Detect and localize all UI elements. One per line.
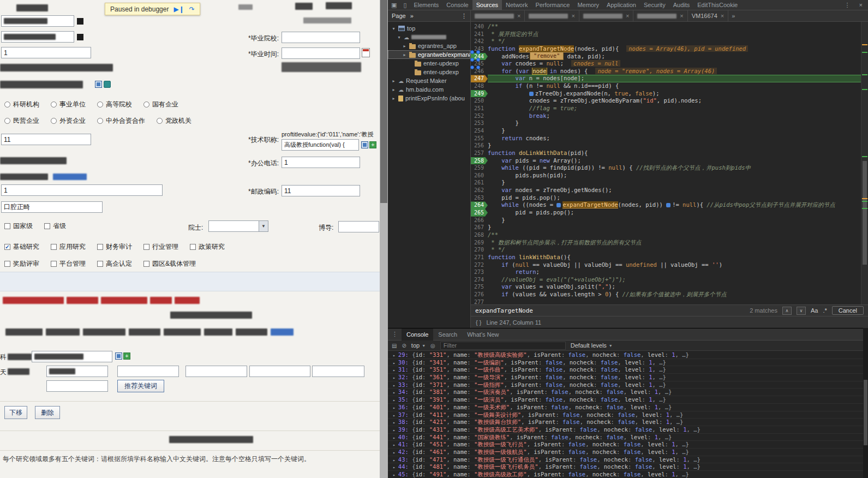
- calendar-icon[interactable]: [362, 48, 370, 57]
- checkbox-icon[interactable]: [51, 261, 57, 267]
- tree-item[interactable]: enter-updexp: [388, 59, 470, 68]
- radio-option[interactable]: 中外合资合作: [97, 116, 145, 126]
- radio-option[interactable]: 国有企业: [143, 100, 178, 109]
- checkbox-icon[interactable]: [190, 244, 196, 250]
- console-scrollbar[interactable]: [863, 328, 868, 478]
- console-sidebar-icon[interactable]: ▤: [392, 343, 397, 349]
- line-number[interactable]: 273: [471, 268, 488, 276]
- expand-arrow-icon[interactable]: ▸: [393, 353, 396, 358]
- line-number[interactable]: 248: [471, 82, 488, 90]
- tree-item[interactable]: ▸☁hm.baidu.com: [388, 85, 470, 94]
- line-number[interactable]: 268: [471, 231, 488, 239]
- file-tab[interactable]: ×: [525, 10, 579, 21]
- search-next-button[interactable]: ∨: [797, 307, 806, 315]
- line-number[interactable]: 274: [471, 276, 488, 284]
- specialty-input[interactable]: [1, 201, 103, 213]
- title-code-input[interactable]: [1, 134, 91, 145]
- add-icon[interactable]: +: [369, 141, 376, 148]
- sidebar-tab-page[interactable]: Page: [392, 13, 406, 19]
- console-row[interactable]: ▸31: {id: "351", name: "一级作曲", isParent:…: [388, 366, 863, 374]
- radio-icon[interactable]: [97, 101, 103, 107]
- redacted-field[interactable]: [1, 15, 74, 27]
- line-number[interactable]: 255: [471, 135, 488, 142]
- tech-title-value-line2[interactable]: 高级教授function(val) {: [282, 139, 359, 151]
- gear-icon[interactable]: [104, 81, 111, 88]
- expander-icon[interactable]: ▾: [391, 26, 396, 31]
- line-number[interactable]: 257: [471, 150, 488, 157]
- keyword-input-2[interactable]: [117, 366, 179, 377]
- school-input[interactable]: [282, 32, 360, 43]
- delete-button[interactable]: 删除: [35, 406, 60, 419]
- console-row[interactable]: ▸30: {id: "341", name: "一级编剧", isParent:…: [388, 359, 863, 367]
- line-number[interactable]: 275: [471, 283, 488, 291]
- redacted-field[interactable]: [1, 31, 74, 43]
- line-number[interactable]: 262: [471, 187, 488, 194]
- add-icon[interactable]: +: [123, 352, 130, 360]
- checkbox-icon[interactable]: [97, 244, 103, 250]
- editor-scrollbar-thumb[interactable]: [863, 161, 867, 265]
- device-toolbar-icon[interactable]: ▯: [400, 2, 410, 9]
- checkbox-icon[interactable]: [97, 261, 103, 267]
- sidebar-tabs-overflow-icon[interactable]: »: [410, 13, 414, 19]
- close-tab-icon[interactable]: ×: [571, 13, 574, 19]
- console-row[interactable]: ▸36: {id: "401", name: "一级美术师", isParent…: [388, 404, 863, 411]
- console-scrollbar-thumb[interactable]: [864, 380, 867, 445]
- console-row[interactable]: ▸44: {id: "481", name: "教授级一级飞行机务员", isP…: [388, 463, 863, 471]
- log-levels-selector[interactable]: Default levels ▼: [571, 342, 613, 349]
- console-row[interactable]: ▸32: {id: "361", name: "一级导演", isParent:…: [388, 374, 863, 381]
- keyword-input-4[interactable]: [249, 366, 310, 377]
- tree-item[interactable]: ▸egrantweb/expmanage: [388, 50, 470, 59]
- degree-no-input[interactable]: [1, 47, 91, 58]
- tab-application[interactable]: Application: [603, 0, 640, 10]
- line-number[interactable]: 263: [471, 194, 488, 202]
- expand-arrow-icon[interactable]: ▸: [393, 450, 396, 455]
- inspect-icon[interactable]: ▣: [388, 2, 400, 9]
- line-number[interactable]: 265: [471, 209, 488, 217]
- console-row[interactable]: ▸43: {id: "471", name: "教授级一级飞行通信员", isP…: [388, 456, 863, 464]
- tree-picker-icon[interactable]: [115, 352, 122, 360]
- checkbox-icon[interactable]: [44, 223, 50, 229]
- expand-arrow-icon[interactable]: ▸: [393, 428, 396, 433]
- regex-toggle[interactable]: .*: [823, 307, 827, 314]
- keyword-input-3[interactable]: [185, 366, 247, 377]
- live-expression-icon[interactable]: ◎: [430, 343, 435, 349]
- checkbox-option[interactable]: 平台管理: [51, 259, 86, 268]
- checkbox-icon[interactable]: [143, 261, 149, 267]
- expand-arrow-icon[interactable]: ▸: [393, 458, 396, 463]
- radio-icon[interactable]: [143, 101, 149, 107]
- line-number[interactable]: 250: [471, 97, 488, 105]
- console-row[interactable]: ▸29: {id: "331", name: "教授级高级实验师", isPar…: [388, 351, 863, 359]
- tree-picker-icon[interactable]: [95, 81, 102, 88]
- expander-icon[interactable]: ▸: [391, 96, 396, 101]
- checkbox-option[interactable]: 奖励评审: [4, 259, 39, 268]
- expand-arrow-icon[interactable]: ▸: [393, 361, 396, 366]
- expander-icon[interactable]: ▸: [391, 79, 396, 83]
- line-number[interactable]: 267: [471, 224, 488, 231]
- console-row[interactable]: ▸38: {id: "421", name: "教授级舞台技师", isPare…: [388, 419, 863, 426]
- recommend-keywords-button[interactable]: 推荐关键词: [117, 380, 164, 392]
- checkbox-icon[interactable]: [4, 223, 10, 229]
- step-over-icon[interactable]: ↷: [189, 6, 195, 13]
- redacted-dark-field[interactable]: [282, 62, 361, 72]
- resume-script-icon[interactable]: ▶❙: [173, 6, 184, 13]
- checkbox-icon[interactable]: [4, 261, 10, 267]
- redacted-link[interactable]: [53, 174, 87, 180]
- close-tab-icon[interactable]: ×: [680, 13, 683, 19]
- keyword-input-6[interactable]: [46, 380, 108, 392]
- checkbox-option[interactable]: 财务审计: [97, 242, 132, 252]
- checkbox-option[interactable]: ✓基础研究: [4, 242, 39, 252]
- tab-memory[interactable]: Memory: [573, 0, 603, 10]
- expand-arrow-icon[interactable]: ▸: [393, 405, 396, 410]
- radio-icon[interactable]: [51, 118, 57, 124]
- console-filter-input[interactable]: [440, 342, 566, 350]
- drawer-tab-search[interactable]: Search: [433, 328, 462, 340]
- line-number[interactable]: 270: [471, 246, 488, 254]
- line-number[interactable]: 249: [471, 90, 488, 98]
- address-no-input[interactable]: [1, 184, 163, 196]
- console-row[interactable]: ▸40: {id: "441", name: "国家级教练", isParent…: [388, 434, 863, 441]
- pretty-print-icon[interactable]: { }: [476, 319, 481, 326]
- checkbox-option[interactable]: 园区&载体管理: [143, 259, 196, 268]
- line-number[interactable]: 253: [471, 120, 488, 127]
- console-row[interactable]: ▸45: {id: "491", name: "教授级高级政工师", isPar…: [388, 471, 863, 478]
- line-number[interactable]: 252: [471, 112, 488, 120]
